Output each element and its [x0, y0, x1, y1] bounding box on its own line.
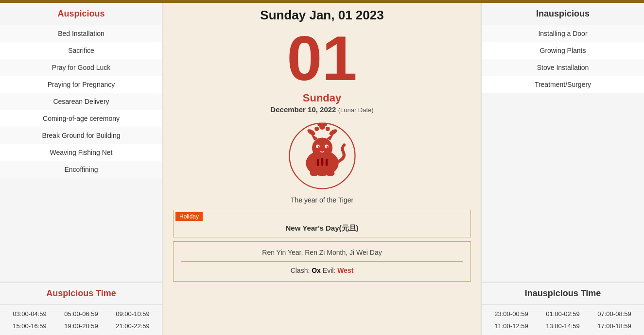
auspicious-time-cell: 15:00-16:59 — [4, 321, 55, 331]
holiday-section: Holiday New Year's Day(元旦) — [173, 210, 471, 237]
auspicious-item: Sacrifice — [0, 42, 162, 59]
auspicious-item: Bed Installation — [0, 25, 162, 42]
inauspicious-time-header: Inauspicious Time — [482, 283, 644, 305]
inauspicious-time-cell: 01:00-02:59 — [537, 309, 589, 319]
svg-point-18 — [323, 123, 327, 127]
day-number: 01 — [287, 27, 357, 90]
inauspicious-time-grid: 23:00-00:5901:00-02:5907:00-08:5911:00-1… — [482, 309, 644, 331]
auspicious-time-cell: 21:00-22:59 — [107, 321, 158, 331]
info-divider — [181, 261, 463, 262]
evil-label-text: Evil: — [323, 267, 335, 274]
inauspicious-item: Growing Plants — [482, 42, 644, 59]
zodiac-image — [286, 119, 359, 192]
inauspicious-item: Treatment/Surgery — [482, 76, 644, 93]
holiday-name: New Year's Day(元旦) — [174, 221, 470, 237]
auspicious-item: Praying for Pregnancy — [0, 76, 162, 93]
svg-point-19 — [317, 123, 321, 127]
auspicious-time-cell: 03:00-04:59 — [4, 309, 55, 319]
auspicious-item: Break Ground for Building — [0, 127, 162, 144]
inauspicious-time-section: Inauspicious Time 23:00-00:5901:00-02:59… — [482, 282, 644, 335]
inauspicious-time-cell: 17:00-18:59 — [589, 321, 640, 331]
auspicious-item: Coming-of-age ceremony — [0, 110, 162, 127]
svg-point-17 — [314, 127, 319, 131]
svg-point-16 — [325, 127, 330, 131]
auspicious-header: Auspicious — [0, 3, 162, 25]
inauspicious-time-cell: 11:00-12:59 — [486, 321, 537, 331]
auspicious-item: Cesarean Delivery — [0, 93, 162, 110]
clash-label: Clash: — [291, 267, 310, 274]
auspicious-item: Encoffining — [0, 161, 162, 178]
auspicious-section: Auspicious Bed InstallationSacrificePray… — [0, 3, 162, 282]
auspicious-time-section: Auspicious Time 03:00-04:5905:00-06:5909… — [0, 282, 162, 335]
svg-point-9 — [320, 149, 324, 151]
lunar-label: (Lunar Date) — [338, 106, 374, 114]
inauspicious-list: Installing a DoorGrowing PlantsStove Ins… — [482, 25, 644, 93]
inauspicious-item: Stove Installation — [482, 59, 644, 76]
auspicious-time-header: Auspicious Time — [0, 283, 162, 305]
right-panel: Inauspicious Installing a DoorGrowing Pl… — [481, 3, 644, 335]
svg-rect-11 — [321, 158, 323, 166]
inauspicious-section: Inauspicious Installing a DoorGrowing Pl… — [482, 3, 644, 282]
svg-point-8 — [326, 146, 328, 148]
auspicious-time-cell: 19:00-20:59 — [55, 321, 107, 331]
auspicious-item: Pray for Good Luck — [0, 59, 162, 76]
inauspicious-time-cell: 07:00-08:59 — [589, 309, 640, 319]
inauspicious-header: Inauspicious — [482, 3, 644, 25]
inauspicious-item: Installing a Door — [482, 25, 644, 42]
inauspicious-time-cell: 23:00-00:59 — [486, 309, 537, 319]
svg-point-14 — [326, 170, 334, 176]
svg-point-7 — [317, 146, 319, 148]
inauspicious-time-cell: 13:00-14:59 — [537, 321, 589, 331]
lunar-date: December 10, 2022 (Lunar Date) — [270, 105, 373, 114]
svg-point-2 — [312, 138, 332, 158]
holiday-tag: Holiday — [175, 212, 203, 221]
svg-rect-12 — [325, 159, 328, 166]
clash-row: Clash: Ox Evil: West — [174, 265, 470, 276]
center-panel: Sunday Jan, 01 2023 01 Sunday December 1… — [163, 3, 481, 335]
auspicious-item: Weaving Fishing Net — [0, 144, 162, 161]
auspicious-list: Bed InstallationSacrificePray for Good L… — [0, 25, 162, 178]
svg-point-13 — [310, 170, 318, 176]
auspicious-time-grid: 03:00-04:5905:00-06:5909:00-10:5915:00-1… — [0, 309, 162, 331]
date-header: Sunday Jan, 01 2023 — [260, 8, 383, 23]
clash-value: Ox — [312, 267, 321, 274]
main-container: Auspicious Bed InstallationSacrificePray… — [0, 3, 644, 335]
year-pillar: Ren Yin Year, Ren Zi Month, Ji Wei Day — [174, 247, 470, 258]
left-panel: Auspicious Bed InstallationSacrificePray… — [0, 3, 163, 335]
info-section: Ren Yin Year, Ren Zi Month, Ji Wei Day C… — [173, 241, 471, 282]
lunar-date-value: December 10, 2022 — [270, 105, 336, 114]
svg-rect-10 — [316, 159, 319, 166]
auspicious-time-cell: 09:00-10:59 — [107, 309, 158, 319]
evil-value: West — [337, 267, 353, 274]
auspicious-time-cell: 05:00-06:59 — [55, 309, 107, 319]
zodiac-label: The year of the Tiger — [291, 196, 353, 204]
day-name: Sunday — [303, 92, 341, 104]
